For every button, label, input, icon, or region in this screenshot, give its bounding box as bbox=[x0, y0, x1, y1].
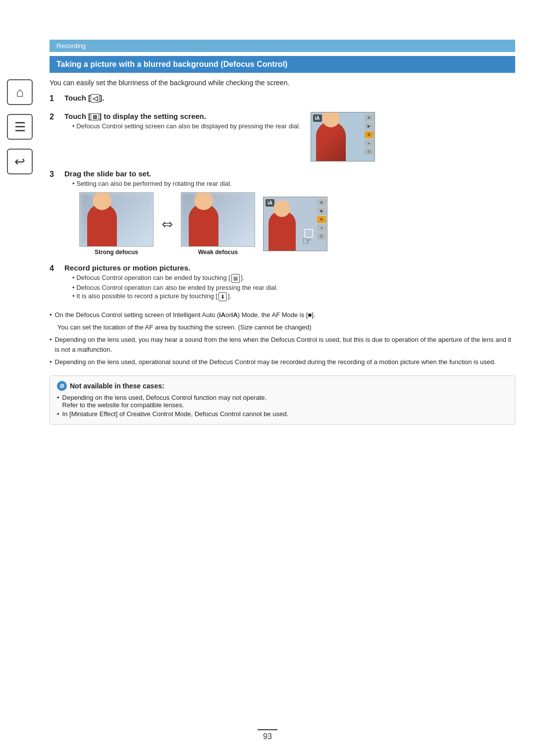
step-3-title: Drag the slide bar to set. bbox=[64, 169, 515, 178]
person-body-2 bbox=[316, 121, 346, 161]
step-4: 4 Record pictures or motion pictures. De… bbox=[50, 264, 515, 302]
step-4-sub-3: It is also possible to record a picture … bbox=[72, 292, 515, 301]
camera-preview-2: iA ⊞ ▶ ⊠ ≡ ⊡ bbox=[311, 112, 375, 162]
notes-section: On the Defocus Control setting screen of… bbox=[50, 310, 515, 368]
intro-text: You can easily set the blurriness of the… bbox=[50, 79, 515, 87]
cam-btn-2: ▶ bbox=[365, 123, 374, 130]
defocus-arrow: ⇔ bbox=[161, 216, 173, 232]
step-1-number: 1 bbox=[50, 94, 64, 103]
strong-defocus-img bbox=[79, 192, 154, 247]
step-2-sub-1: Defocus Control setting screen can also … bbox=[72, 122, 301, 130]
not-available-title: ⊘ Not available in these cases: bbox=[57, 381, 508, 391]
not-available-box: ⊘ Not available in these cases: Dependin… bbox=[50, 376, 515, 425]
page-title: Taking a picture with a blurred backgrou… bbox=[50, 56, 515, 73]
recording-bar: Recording bbox=[50, 40, 515, 52]
cam-btn-b: ▶ bbox=[317, 208, 326, 215]
step-4-number: 4 bbox=[50, 264, 64, 273]
step-2-content: Touch [⊞] to display the setting screen.… bbox=[64, 112, 515, 162]
page-number: 93 bbox=[258, 729, 277, 741]
step-3: 3 Drag the slide bar to set. Setting can… bbox=[50, 169, 515, 256]
back-icon[interactable]: ↩ bbox=[7, 149, 33, 174]
weak-defocus-caption: Weak defocus bbox=[198, 249, 238, 256]
end-icon-1: ⊠ bbox=[231, 274, 240, 283]
cam-btn-c: ⊠ bbox=[317, 216, 326, 223]
weak-defocus-img bbox=[181, 192, 255, 247]
cam-btn-3-highlight: ⊠ bbox=[365, 131, 374, 138]
step-1-title: Touch [◁]. bbox=[64, 94, 515, 102]
note-1-indent: You can set the location of the AF area … bbox=[57, 323, 515, 333]
step-4-title: Record pictures or motion pictures. bbox=[64, 264, 515, 272]
touch-screen-col: iA ⊞ ▶ ⊠ ≡ ⊡ ☞ bbox=[263, 197, 327, 251]
ia-badge: iA bbox=[313, 114, 322, 122]
home-icon[interactable]: ⌂ bbox=[7, 79, 33, 105]
person-body-touch bbox=[268, 211, 296, 251]
step-2-number: 2 bbox=[50, 112, 64, 121]
step-4-content: Record pictures or motion pictures. Defo… bbox=[64, 264, 515, 302]
cam-btn-4: ≡ bbox=[365, 140, 374, 147]
step-3-content: Drag the slide bar to set. Setting can a… bbox=[64, 169, 515, 256]
camera-touch-preview: iA ⊞ ▶ ⊠ ≡ ⊡ ☞ bbox=[263, 197, 327, 251]
step-3-sub-1: Setting can also be performed by rotatin… bbox=[72, 180, 515, 187]
note-2: Depending on the lens used, you may hear… bbox=[50, 335, 515, 356]
camera-ui-icons: ⊞ ▶ ⊠ ≡ ⊡ bbox=[365, 114, 374, 155]
step-2-title: Touch [⊞] to display the setting screen. bbox=[64, 112, 301, 120]
step-1-content: Touch [◁]. bbox=[64, 94, 515, 104]
sidebar: ⌂ ☰ ↩ bbox=[0, 79, 40, 174]
step-2: 2 Touch [⊞] to display the setting scree… bbox=[50, 112, 515, 162]
weak-defocus-col: Weak defocus bbox=[181, 192, 255, 256]
person-body-strong bbox=[87, 204, 117, 246]
note-3: Depending on the lens used, operational … bbox=[50, 357, 515, 368]
recording-label: Recording bbox=[56, 42, 86, 50]
ia-badge-2: iA bbox=[266, 199, 274, 207]
cam-btn-d: ≡ bbox=[317, 224, 326, 231]
step-4-sub-1: Defocus Control operation can be ended b… bbox=[72, 274, 515, 283]
note-1: On the Defocus Control setting screen of… bbox=[50, 310, 515, 321]
camera-ui-icons-2: ⊞ ▶ ⊠ ≡ ⊡ bbox=[317, 199, 326, 240]
not-avail-item-2: In [Miniature Effect] of Creative Contro… bbox=[57, 410, 508, 418]
step-2-image: iA ⊞ ▶ ⊠ ≡ ⊡ bbox=[311, 112, 375, 162]
strong-defocus-col: Strong defocus bbox=[79, 192, 154, 256]
not-avail-item-1: Depending on the lens used, Defocus Cont… bbox=[57, 394, 508, 409]
not-available-label: Not available in these cases: bbox=[70, 382, 164, 390]
step-3-images: Strong defocus ⇔ Weak defocus iA bbox=[79, 192, 515, 256]
step-3-number: 3 bbox=[50, 169, 64, 179]
cam-btn-1: ⊞ bbox=[365, 114, 374, 121]
menu-icon[interactable]: ☰ bbox=[7, 114, 33, 140]
step-2-text-block: Touch [⊞] to display the setting screen.… bbox=[64, 112, 301, 131]
cam-btn-a: ⊞ bbox=[317, 199, 326, 206]
step-1: 1 Touch [◁]. bbox=[50, 94, 515, 104]
not-avail-icon: ⊘ bbox=[57, 381, 67, 391]
step-4-sub-2: Defocus Control operation can also be en… bbox=[72, 284, 515, 291]
touch-circle bbox=[304, 229, 313, 238]
person-body-weak bbox=[189, 204, 218, 246]
record-icon: ⬇ bbox=[218, 292, 227, 301]
cam-btn-e: ⊡ bbox=[317, 233, 326, 240]
strong-defocus-caption: Strong defocus bbox=[95, 249, 138, 256]
step-2-layout: Touch [⊞] to display the setting screen.… bbox=[64, 112, 515, 162]
cam-btn-5: ⊡ bbox=[365, 148, 374, 155]
person-head-touch bbox=[273, 200, 290, 217]
main-content: Recording Taking a picture with a blurre… bbox=[50, 40, 515, 726]
